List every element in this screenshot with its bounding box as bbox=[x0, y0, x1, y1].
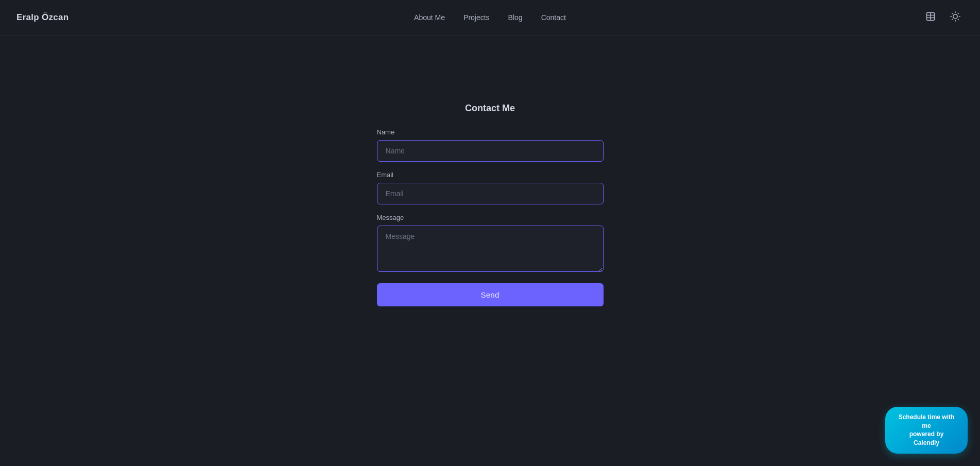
message-textarea[interactable] bbox=[377, 226, 604, 272]
language-button[interactable] bbox=[922, 9, 939, 26]
svg-line-7 bbox=[952, 13, 953, 13]
site-logo: Eralp Özcan bbox=[16, 12, 69, 23]
svg-point-4 bbox=[953, 14, 957, 18]
message-field-group: Message bbox=[377, 214, 604, 272]
calendly-button[interactable]: Schedule time with me powered by Calendl… bbox=[885, 407, 968, 454]
send-button[interactable]: Send bbox=[377, 283, 604, 306]
name-field-group: Name bbox=[377, 128, 604, 162]
email-input[interactable] bbox=[377, 183, 604, 204]
email-label: Email bbox=[377, 171, 604, 179]
theme-toggle-button[interactable] bbox=[947, 9, 964, 26]
nav-projects[interactable]: Projects bbox=[463, 13, 490, 22]
contact-title: Contact Me bbox=[377, 103, 604, 114]
main-nav: About Me Projects Blog Contact bbox=[414, 13, 566, 22]
message-label: Message bbox=[377, 214, 604, 221]
name-input[interactable] bbox=[377, 140, 604, 162]
nav-blog[interactable]: Blog bbox=[508, 13, 523, 22]
language-icon bbox=[925, 11, 936, 24]
sun-icon bbox=[950, 11, 960, 24]
contact-form-container: Contact Me Name Email Message Send bbox=[377, 103, 604, 306]
svg-line-8 bbox=[958, 19, 958, 20]
svg-line-11 bbox=[952, 19, 953, 20]
name-label: Name bbox=[377, 128, 604, 136]
calendly-line1: Schedule time with me bbox=[899, 413, 955, 429]
main-content: Contact Me Name Email Message Send bbox=[0, 0, 980, 466]
nav-contact[interactable]: Contact bbox=[541, 13, 566, 22]
svg-line-12 bbox=[958, 13, 958, 13]
site-header: Eralp Özcan About Me Projects Blog Conta… bbox=[0, 0, 980, 36]
email-field-group: Email bbox=[377, 171, 604, 204]
header-icons bbox=[922, 9, 964, 26]
nav-about[interactable]: About Me bbox=[414, 13, 445, 22]
calendly-line2: powered by Calendly bbox=[909, 430, 944, 446]
